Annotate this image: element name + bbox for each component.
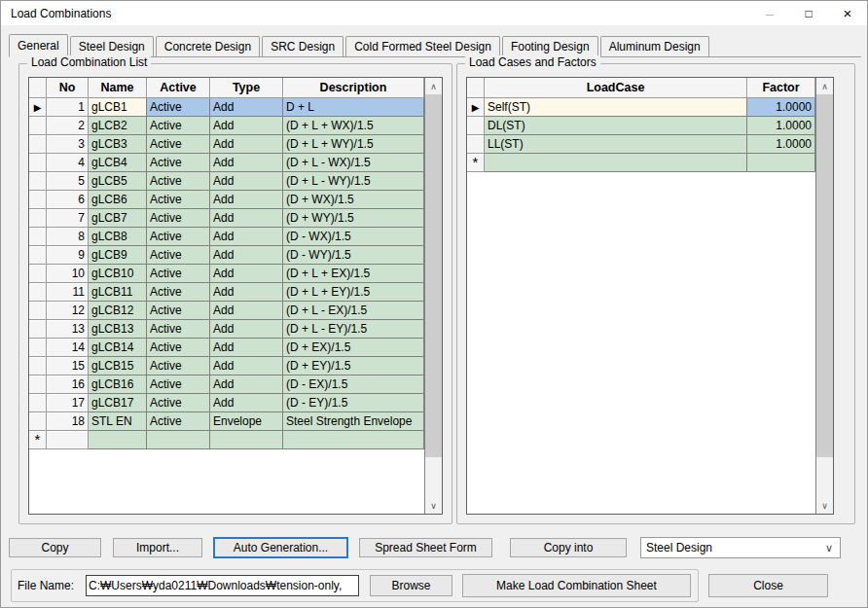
lcb-row[interactable]: 6 gLCB6 Active Add (D + WX)/1.5 <box>29 191 424 209</box>
name-cell[interactable]: gLCB13 <box>89 320 147 339</box>
tab-footing-design[interactable]: Footing Design <box>502 36 598 56</box>
type-cell[interactable]: Envelope <box>210 412 283 431</box>
active-cell[interactable]: Active <box>147 209 210 228</box>
description-cell[interactable] <box>283 431 424 449</box>
scroll-up-icon[interactable]: ∧ <box>816 78 833 94</box>
tab-aluminum-design[interactable]: Aluminum Design <box>600 36 709 56</box>
active-cell[interactable]: Active <box>147 117 210 135</box>
name-cell[interactable]: gLCB15 <box>89 357 147 376</box>
file-name-input[interactable] <box>86 575 359 596</box>
factor-cell[interactable] <box>747 154 815 172</box>
loadcase-new-row[interactable]: * <box>467 154 815 172</box>
type-cell[interactable]: Add <box>210 172 283 191</box>
row-selector[interactable] <box>29 246 47 265</box>
active-cell[interactable]: Active <box>147 172 210 191</box>
active-cell[interactable]: Active <box>147 357 210 376</box>
lcb-row[interactable]: 14 gLCB14 Active Add (D + EX)/1.5 <box>29 339 424 357</box>
lcb-row[interactable]: 11 gLCB11 Active Add (D + L + EY)/1.5 <box>29 283 424 302</box>
active-cell[interactable]: Active <box>147 376 210 394</box>
description-cell[interactable]: D + L <box>283 98 424 117</box>
active-cell[interactable]: Active <box>147 412 210 431</box>
active-cell[interactable]: Active <box>147 283 210 302</box>
lcb-row[interactable]: 5 gLCB5 Active Add (D + L - WY)/1.5 <box>29 172 424 191</box>
row-number[interactable]: 4 <box>47 154 89 172</box>
col-header-loadcase[interactable]: LoadCase <box>485 78 747 98</box>
name-cell[interactable]: gLCB2 <box>89 117 147 135</box>
name-cell[interactable]: gLCB3 <box>89 135 147 154</box>
row-selector[interactable] <box>29 209 47 228</box>
lcb-row[interactable]: 9 gLCB9 Active Add (D - WY)/1.5 <box>29 246 424 265</box>
type-cell[interactable]: Add <box>210 117 283 135</box>
row-selector[interactable] <box>467 135 485 154</box>
row-selector[interactable] <box>29 320 47 339</box>
copy-button[interactable]: Copy <box>9 538 101 557</box>
description-cell[interactable]: (D - EX)/1.5 <box>283 376 424 394</box>
active-cell[interactable]: Active <box>147 265 210 283</box>
row-number[interactable]: 3 <box>47 135 89 154</box>
lcb-row[interactable]: 3 gLCB3 Active Add (D + L + WY)/1.5 <box>29 135 424 154</box>
auto-generation-button[interactable]: Auto Generation... <box>213 537 348 558</box>
make-load-combination-sheet-button[interactable]: Make Load Combination Sheet <box>462 574 691 597</box>
description-cell[interactable]: (D + EY)/1.5 <box>283 357 424 376</box>
col-header-description[interactable]: Description <box>283 78 424 98</box>
lcb-row[interactable]: 7 gLCB7 Active Add (D + WY)/1.5 <box>29 209 424 228</box>
factor-cell[interactable]: 1.0000 <box>747 135 815 154</box>
row-number[interactable]: 16 <box>47 376 89 394</box>
browse-button[interactable]: Browse <box>370 575 452 596</box>
maximize-icon[interactable]: □ <box>789 1 828 25</box>
row-number[interactable]: 15 <box>47 357 89 376</box>
name-cell[interactable]: gLCB14 <box>89 339 147 357</box>
name-cell[interactable]: gLCB6 <box>89 191 147 209</box>
active-cell[interactable]: Active <box>147 339 210 357</box>
type-cell[interactable]: Add <box>210 357 283 376</box>
type-cell[interactable]: Add <box>210 228 283 246</box>
row-current-icon[interactable]: ▶ <box>29 98 47 117</box>
row-selector[interactable] <box>29 228 47 246</box>
tab-general[interactable]: General <box>9 34 68 57</box>
type-cell[interactable]: Add <box>210 209 283 228</box>
description-cell[interactable]: (D + L + EY)/1.5 <box>283 283 424 302</box>
type-cell[interactable]: Add <box>210 191 283 209</box>
col-header-type[interactable]: Type <box>210 78 283 98</box>
row-number[interactable]: 7 <box>47 209 89 228</box>
tab-cold-formed-steel-design[interactable]: Cold Formed Steel Design <box>345 36 500 56</box>
row-number[interactable]: 9 <box>47 246 89 265</box>
active-cell[interactable]: Active <box>147 302 210 320</box>
row-selector[interactable] <box>29 376 47 394</box>
type-cell[interactable]: Add <box>210 320 283 339</box>
active-cell[interactable]: Active <box>147 135 210 154</box>
col-header-no[interactable]: No <box>47 78 89 98</box>
description-cell[interactable]: Steel Strength Envelope <box>283 412 424 431</box>
description-cell[interactable]: (D + L - EX)/1.5 <box>283 302 424 320</box>
name-cell[interactable]: gLCB8 <box>89 228 147 246</box>
row-number[interactable] <box>47 431 89 449</box>
row-number[interactable]: 11 <box>47 283 89 302</box>
close-icon[interactable]: × <box>828 1 867 25</box>
type-cell[interactable] <box>210 431 283 449</box>
row-number[interactable]: 18 <box>47 412 89 431</box>
type-cell[interactable]: Add <box>210 135 283 154</box>
row-selector[interactable] <box>29 135 47 154</box>
active-cell[interactable]: Active <box>147 98 210 117</box>
name-cell[interactable] <box>89 431 147 449</box>
description-cell[interactable]: (D + L + WX)/1.5 <box>283 117 424 135</box>
vertical-scrollbar[interactable]: ∧ ∨ <box>815 78 833 514</box>
row-number[interactable]: 1 <box>47 98 89 117</box>
new-row-icon[interactable]: * <box>467 154 485 172</box>
row-number[interactable]: 14 <box>47 339 89 357</box>
row-number[interactable]: 5 <box>47 172 89 191</box>
row-selector[interactable] <box>29 117 47 135</box>
row-number[interactable]: 17 <box>47 394 89 412</box>
description-cell[interactable]: (D + L - WY)/1.5 <box>283 172 424 191</box>
lcb-new-row[interactable]: * <box>29 431 424 449</box>
name-cell-current[interactable]: gLCB1 <box>89 98 147 117</box>
name-cell[interactable]: gLCB9 <box>89 246 147 265</box>
name-cell[interactable]: gLCB11 <box>89 283 147 302</box>
description-cell[interactable]: (D - EY)/1.5 <box>283 394 424 412</box>
scroll-down-icon[interactable]: ∨ <box>425 497 442 514</box>
loadcase-cell-current[interactable]: Self(ST) <box>485 98 747 117</box>
scroll-down-icon[interactable]: ∨ <box>816 497 833 514</box>
lcb-row[interactable]: 12 gLCB12 Active Add (D + L - EX)/1.5 <box>29 302 424 320</box>
spread-sheet-form-button[interactable]: Spread Sheet Form <box>359 538 492 557</box>
copy-into-button[interactable]: Copy into <box>510 538 627 557</box>
